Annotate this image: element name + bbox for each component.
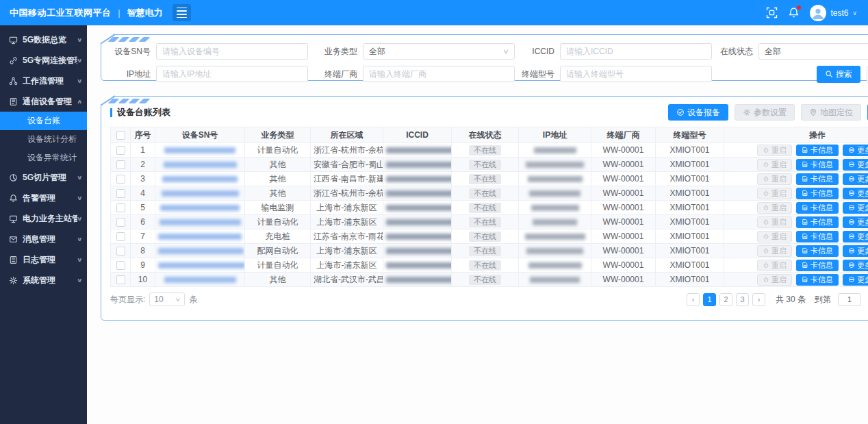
next-page-button[interactable]: › xyxy=(752,293,765,306)
cell-no: 8 xyxy=(131,244,155,258)
status-badge: 不在线 xyxy=(469,260,501,271)
row-checkbox[interactable] xyxy=(116,275,125,284)
panel-corner-decoration xyxy=(110,99,148,103)
row-action-reboot-button[interactable]: 重启 xyxy=(757,145,792,156)
per-page-suffix: 条 xyxy=(189,294,197,305)
slice-icon xyxy=(9,173,18,182)
sidebar-item-0[interactable]: 5G数据总览∨ xyxy=(0,29,87,50)
row-checkbox[interactable] xyxy=(116,218,125,227)
search-button[interactable]: 搜索 xyxy=(817,66,860,83)
sidebar-item-1[interactable]: 5G专网连接管理∨ xyxy=(0,50,87,71)
cell-model: XMIOT001 xyxy=(656,258,724,273)
column-header: 序号 xyxy=(131,127,155,143)
row-checkbox[interactable] xyxy=(116,160,125,169)
row-checkbox[interactable] xyxy=(116,146,125,155)
row-action-more-button[interactable]: 更多 xyxy=(843,260,868,271)
row-action-more-button[interactable]: 更多 xyxy=(843,245,868,257)
row-action-more-button[interactable]: 更多 xyxy=(843,145,868,156)
toolbar-button-1[interactable]: 参数设置 xyxy=(735,104,795,121)
cell-vendor: WW-00001 xyxy=(591,258,656,273)
row-checkbox[interactable] xyxy=(116,175,125,184)
cell-status: 不在线 xyxy=(452,273,519,287)
cell-vendor: WW-00001 xyxy=(591,143,656,158)
sidebar-item-4[interactable]: 5G切片管理∨ xyxy=(0,167,87,188)
page-button-1[interactable]: 1 xyxy=(703,293,716,306)
sidebar-item-5[interactable]: 告警管理∨ xyxy=(0,188,87,208)
cell-actions: 重启卡信息更多 xyxy=(724,258,868,273)
sidebar-item-9[interactable]: 系统管理∨ xyxy=(0,270,87,290)
sidebar-item-2[interactable]: 工作流管理∨ xyxy=(0,71,87,91)
row-action-reboot-button[interactable]: 重启 xyxy=(757,260,792,271)
search-icon xyxy=(825,70,833,78)
row-action-card-info-button[interactable]: 卡信息 xyxy=(796,145,839,156)
row-action-reboot-button[interactable]: 重启 xyxy=(757,188,792,199)
row-action-more-button[interactable]: 更多 xyxy=(843,274,868,286)
row-action-reboot-button[interactable]: 重启 xyxy=(757,274,792,286)
row-action-reboot-button[interactable]: 重启 xyxy=(757,216,792,228)
sidebar-item-6[interactable]: 电力业务主站管理∨ xyxy=(0,208,87,229)
notification-bell-icon[interactable] xyxy=(788,7,800,18)
title-divider: | xyxy=(118,8,120,18)
more-circle-icon xyxy=(848,190,855,197)
fullscreen-icon[interactable] xyxy=(766,7,778,18)
sidebar-subitem-3-2[interactable]: 设备异常统计 xyxy=(0,149,87,167)
row-checkbox[interactable] xyxy=(116,203,125,212)
row-checkbox[interactable] xyxy=(116,189,125,198)
row-action-card-info-button[interactable]: 卡信息 xyxy=(796,274,839,286)
row-checkbox[interactable] xyxy=(116,232,125,241)
row-action-card-info-button[interactable]: 卡信息 xyxy=(796,231,839,242)
row-action-reboot-button[interactable]: 重启 xyxy=(757,231,792,242)
user-menu[interactable]: test6 ∨ xyxy=(810,5,857,21)
row-action-card-info-button[interactable]: 卡信息 xyxy=(796,216,839,228)
table-row: 9计量自动化上海市-浦东新区不在线WW-00001XMIOT001重启卡信息更多 xyxy=(111,258,868,273)
cell-iccid-redacted xyxy=(383,158,452,172)
chevron-down-icon: ∨ xyxy=(175,297,181,303)
sidebar-item-8[interactable]: 日志管理∨ xyxy=(0,249,87,270)
row-action-reboot-button[interactable]: 重启 xyxy=(757,202,792,214)
row-action-more-button[interactable]: 更多 xyxy=(843,202,868,214)
row-action-reboot-button[interactable]: 重启 xyxy=(757,173,792,185)
prev-page-button[interactable]: ‹ xyxy=(687,293,700,306)
row-checkbox[interactable] xyxy=(116,261,125,270)
more-circle-icon xyxy=(848,147,855,153)
row-action-card-info-button[interactable]: 卡信息 xyxy=(796,245,839,257)
filter-input-5[interactable] xyxy=(363,66,515,82)
row-action-card-info-button[interactable]: 卡信息 xyxy=(796,260,839,271)
filter-input-4[interactable] xyxy=(156,66,308,82)
page-button-2[interactable]: 2 xyxy=(719,293,732,306)
cell-region: 安徽省-合肥市-蜀山区 xyxy=(311,158,383,172)
cell-status: 不在线 xyxy=(452,158,519,172)
filter-select-3[interactable]: 全部∨ xyxy=(758,43,868,60)
row-action-more-button[interactable]: 更多 xyxy=(843,231,868,242)
toolbar-button-0[interactable]: 设备报备 xyxy=(668,104,728,121)
cell-actions: 重启卡信息更多 xyxy=(724,143,868,158)
sidebar-item-3[interactable]: 通信设备管理∧ xyxy=(0,91,87,112)
per-page-select[interactable]: 10 ∨ xyxy=(149,292,185,306)
sidebar-item-7[interactable]: 消息管理∨ xyxy=(0,229,87,249)
row-checkbox[interactable] xyxy=(116,247,125,255)
more-circle-icon xyxy=(848,175,855,182)
page-button-3[interactable]: 3 xyxy=(736,293,749,306)
row-action-card-info-button[interactable]: 卡信息 xyxy=(796,188,839,199)
filter-label: ICCID xyxy=(515,47,554,56)
row-action-more-button[interactable]: 更多 xyxy=(843,159,868,171)
goto-page-input[interactable] xyxy=(838,293,861,306)
row-action-card-info-button[interactable]: 卡信息 xyxy=(796,202,839,214)
filter-input-0[interactable] xyxy=(156,43,308,60)
filter-input-6[interactable] xyxy=(560,66,712,82)
row-action-card-info-button[interactable]: 卡信息 xyxy=(796,173,839,185)
row-action-more-button[interactable]: 更多 xyxy=(843,173,868,185)
row-action-reboot-button[interactable]: 重启 xyxy=(757,159,792,171)
filter-select-1[interactable]: 全部∨ xyxy=(363,43,515,60)
select-all-checkbox[interactable] xyxy=(116,131,125,140)
row-action-more-button[interactable]: 更多 xyxy=(843,216,868,228)
row-action-more-button[interactable]: 更多 xyxy=(843,188,868,199)
sidebar-subitem-3-1[interactable]: 设备统计分析 xyxy=(0,130,87,149)
sidebar-subitem-3-0[interactable]: 设备台账 xyxy=(0,112,87,130)
table-row: 10其他湖北省-武汉市-武昌区不在线WW-00001XMIOT001重启卡信息更… xyxy=(111,273,868,287)
row-action-card-info-button[interactable]: 卡信息 xyxy=(796,159,839,171)
filter-input-2[interactable] xyxy=(560,43,712,60)
row-action-reboot-button[interactable]: 重启 xyxy=(757,245,792,257)
toolbar-button-2[interactable]: 地图定位 xyxy=(801,104,861,121)
hamburger-menu-icon[interactable] xyxy=(173,4,191,21)
